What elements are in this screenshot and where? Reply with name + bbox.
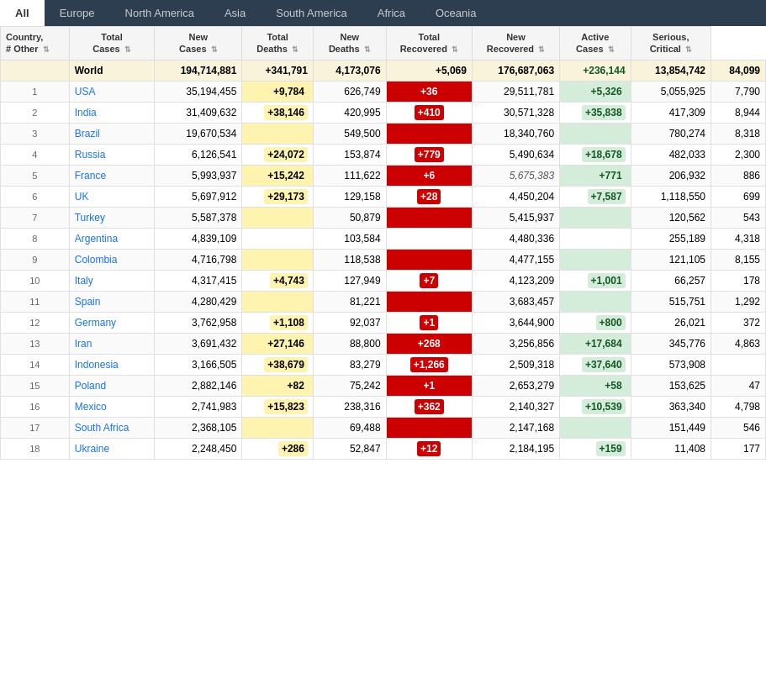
total-recovered-cell: 18,340,760 — [472, 123, 559, 144]
country-cell[interactable]: Russia — [69, 144, 155, 165]
world-row: World194,714,881+341,7914,173,076+5,0691… — [1, 60, 766, 81]
country-cell[interactable]: India — [69, 102, 155, 123]
tab-all[interactable]: All — [0, 0, 45, 26]
tab-oceania[interactable]: Oceania — [420, 0, 491, 26]
country-link[interactable]: Brazil — [75, 128, 100, 139]
col-header-new_recovered[interactable]: NewRecovered ⇅ — [472, 27, 559, 61]
country-link[interactable]: Spain — [75, 296, 101, 308]
new-deaths-cell — [386, 249, 472, 270]
tab-europe[interactable]: Europe — [45, 0, 110, 26]
total-cases-cell: 31,409,632 — [155, 102, 242, 123]
country-link[interactable]: Ukraine — [75, 443, 109, 455]
new-deaths-cell — [386, 228, 472, 249]
total-recovered-cell: 4,450,204 — [472, 186, 559, 207]
country-link[interactable]: Poland — [75, 380, 106, 392]
serious-critical-cell: 546 — [711, 417, 766, 438]
total-deaths-cell: 103,584 — [313, 228, 386, 249]
sort-icon: ⇅ — [211, 45, 218, 55]
sort-icon: ⇅ — [685, 45, 692, 55]
table-row: 18Ukraine2,248,450+28652,847+122,184,195… — [1, 438, 766, 459]
tab-asia[interactable]: Asia — [209, 0, 261, 26]
col-header-country[interactable]: Country,# Other ⇅ — [1, 27, 70, 61]
new-recovered-cell: +17,684 — [560, 333, 631, 354]
world-cell-2: +341,791 — [242, 60, 314, 81]
world-cell-5: 176,687,063 — [472, 60, 559, 81]
total-recovered-cell: 4,477,155 — [472, 249, 559, 270]
country-cell[interactable]: USA — [69, 81, 155, 102]
active-cases-cell: 363,340 — [631, 396, 711, 417]
col-header-active_cases[interactable]: ActiveCases ⇅ — [560, 27, 631, 61]
country-link[interactable]: Turkey — [75, 212, 105, 224]
new-recovered-cell: +18,678 — [560, 144, 631, 165]
world-cell-4: +5,069 — [386, 60, 472, 81]
country-cell[interactable]: Italy — [69, 270, 155, 291]
country-cell[interactable]: Spain — [69, 291, 155, 312]
active-cases-cell: 206,932 — [631, 165, 711, 186]
country-link[interactable]: Italy — [75, 275, 93, 287]
total-cases-cell: 2,882,146 — [155, 375, 242, 396]
country-link[interactable]: USA — [75, 86, 96, 97]
new-cases-cell — [242, 417, 314, 438]
sort-icon: ⇅ — [452, 45, 458, 55]
new-deaths-cell: +6 — [386, 165, 472, 186]
tab-africa[interactable]: Africa — [362, 0, 420, 26]
country-link[interactable]: Germany — [75, 317, 116, 329]
active-cases-cell: 66,257 — [631, 270, 711, 291]
active-cases-cell: 573,908 — [631, 354, 711, 375]
col-header-serious_critical[interactable]: Serious,Critical ⇅ — [631, 27, 711, 61]
tab-south-america[interactable]: South America — [261, 0, 362, 26]
country-link[interactable]: South Africa — [75, 422, 129, 434]
country-link[interactable]: France — [75, 170, 106, 182]
table-row: 10Italy4,317,415+4,743127,949+74,123,209… — [1, 270, 766, 291]
total-recovered-cell: 4,123,209 — [472, 270, 559, 291]
country-cell[interactable]: France — [69, 165, 155, 186]
country-link[interactable]: Iran — [75, 338, 92, 350]
country-cell[interactable]: Argentina — [69, 228, 155, 249]
world-cell-6: +236,144 — [560, 60, 631, 81]
country-cell[interactable]: Mexico — [69, 396, 155, 417]
serious-critical-cell: 4,798 — [711, 396, 766, 417]
country-cell[interactable]: South Africa — [69, 417, 155, 438]
rank-cell: 11 — [1, 291, 70, 312]
new-deaths-cell: +1,266 — [386, 354, 472, 375]
total-deaths-cell: 88,800 — [313, 333, 386, 354]
col-header-total_cases[interactable]: TotalCases ⇅ — [69, 27, 155, 61]
new-deaths-cell — [386, 207, 472, 228]
total-recovered-cell: 5,415,937 — [472, 207, 559, 228]
country-cell[interactable]: Poland — [69, 375, 155, 396]
country-cell[interactable]: Turkey — [69, 207, 155, 228]
tab-north-america[interactable]: North America — [110, 0, 209, 26]
country-cell[interactable]: Brazil — [69, 123, 155, 144]
new-recovered-cell — [560, 249, 631, 270]
new-cases-cell — [242, 207, 314, 228]
rank-cell: 14 — [1, 354, 70, 375]
col-header-total_recovered[interactable]: TotalRecovered ⇅ — [386, 27, 472, 61]
country-link[interactable]: UK — [75, 191, 89, 203]
country-link[interactable]: Argentina — [75, 233, 118, 245]
table-row: 7Turkey5,587,37850,8795,415,937120,56254… — [1, 207, 766, 228]
new-deaths-cell: +779 — [386, 144, 472, 165]
country-cell[interactable]: Iran — [69, 333, 155, 354]
country-cell[interactable]: Indonesia — [69, 354, 155, 375]
country-link[interactable]: Colombia — [75, 254, 118, 266]
country-cell[interactable]: Ukraine — [69, 438, 155, 459]
new-cases-cell: +15,823 — [242, 396, 314, 417]
country-link[interactable]: India — [75, 107, 97, 118]
country-link[interactable]: Russia — [75, 149, 106, 161]
col-header-new_cases[interactable]: NewCases ⇅ — [155, 27, 242, 61]
new-deaths-cell: +410 — [386, 102, 472, 123]
new-cases-cell — [242, 249, 314, 270]
active-cases-cell: 11,408 — [631, 438, 711, 459]
col-header-total_deaths[interactable]: TotalDeaths ⇅ — [242, 27, 314, 61]
country-cell[interactable]: UK — [69, 186, 155, 207]
country-cell[interactable]: Colombia — [69, 249, 155, 270]
tabs-container: AllEuropeNorth AmericaAsiaSouth AmericaA… — [0, 0, 766, 26]
serious-critical-cell: 4,318 — [711, 228, 766, 249]
country-link[interactable]: Mexico — [75, 401, 107, 413]
country-cell[interactable]: Germany — [69, 312, 155, 333]
rank-cell: 16 — [1, 396, 70, 417]
new-cases-cell: +24,072 — [242, 144, 314, 165]
col-header-new_deaths[interactable]: NewDeaths ⇅ — [313, 27, 386, 61]
new-cases-cell: +1,108 — [242, 312, 314, 333]
country-link[interactable]: Indonesia — [75, 359, 119, 371]
